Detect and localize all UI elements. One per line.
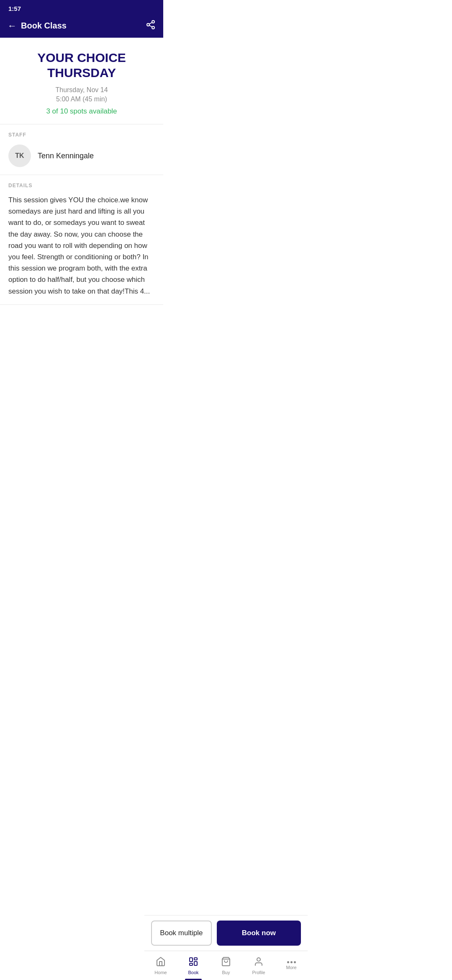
svg-line-4 [149, 23, 152, 24]
staff-section-label: STAFF [8, 132, 155, 138]
spots-available: 3 of 10 spots available [8, 107, 155, 116]
header-title: Book Class [21, 21, 67, 31]
status-time: 1:57 [8, 5, 21, 12]
class-time: 5:00 AM (45 min) [8, 95, 155, 103]
class-title: YOUR CHOICE THURSDAY [8, 50, 155, 80]
staff-section: STAFF TK Tenn Kenningale [0, 124, 163, 175]
status-bar: 1:57 [0, 0, 163, 15]
staff-row: TK Tenn Kenningale [8, 144, 155, 167]
details-section-label: DETAILS [8, 183, 155, 188]
svg-line-3 [149, 26, 152, 27]
header: ← Book Class [0, 15, 163, 38]
details-text: This session gives YOU the choice.we kno… [8, 194, 155, 297]
share-icon[interactable] [146, 20, 156, 32]
staff-name: Tenn Kenningale [38, 152, 94, 160]
back-button[interactable]: ← Book Class [8, 21, 67, 31]
staff-avatar: TK [8, 144, 31, 167]
class-title-section: YOUR CHOICE THURSDAY Thursday, Nov 14 5:… [0, 38, 163, 124]
class-date: Thursday, Nov 14 [8, 86, 155, 94]
details-section: DETAILS This session gives YOU the choic… [0, 175, 163, 305]
back-arrow-icon: ← [8, 21, 17, 31]
